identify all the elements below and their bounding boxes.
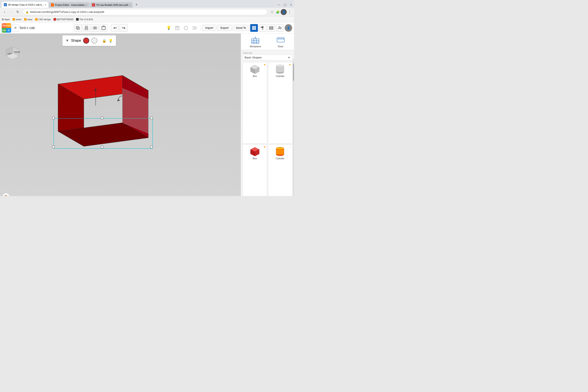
- app-area: TIN KER CA D ≡ ford c cab ↩ ↪ 💡: [0, 22, 294, 196]
- tinkercad-logo[interactable]: TIN KER CA D: [2, 23, 11, 33]
- undo-button[interactable]: ↩: [111, 24, 119, 32]
- svg-point-14: [184, 26, 188, 30]
- svg-rect-21: [252, 28, 254, 30]
- light-shape-icon[interactable]: 💡: [108, 39, 113, 43]
- circle-button[interactable]: [182, 24, 190, 32]
- extensions-button[interactable]: 🧩: [275, 10, 280, 14]
- back-button[interactable]: ‹: [2, 9, 8, 15]
- box-red-star: ★: [264, 145, 266, 148]
- svg-text:LEFT: LEFT: [8, 53, 12, 55]
- profile-avatar[interactable]: 👤: [281, 9, 287, 15]
- shapes-provider-label: Tinkercad: [243, 52, 292, 54]
- bookmark-seton[interactable]: seton: [12, 18, 22, 21]
- tab1-favicon: 66: [4, 3, 7, 6]
- notes-button[interactable]: [174, 24, 181, 32]
- apps-label: Apps: [4, 18, 10, 21]
- bookmark-cad[interactable]: CAD design: [35, 18, 51, 21]
- shape-color-solid[interactable]: [83, 38, 89, 44]
- svg-rect-60: [277, 38, 284, 42]
- logo-d-cell: D: [6, 28, 11, 33]
- home-button[interactable]: 🏠: [2, 193, 10, 196]
- view-cube[interactable]: LEFT FRONT: [4, 45, 21, 62]
- copy-button[interactable]: [74, 24, 82, 32]
- right-panel: Workplane Ruler Tinker: [241, 34, 294, 196]
- svg-rect-24: [261, 27, 264, 28]
- window-close[interactable]: ×: [288, 2, 294, 8]
- workplane-button[interactable]: Workplane: [247, 35, 264, 48]
- svg-rect-27: [270, 28, 273, 28]
- grid-view-button[interactable]: [250, 24, 258, 32]
- tab3-close[interactable]: ×: [129, 4, 130, 7]
- profile-thumb[interactable]: 👤: [284, 24, 292, 32]
- tab2-close[interactable]: ×: [86, 4, 87, 7]
- shape-item-cylinder-orange[interactable]: ☆ Cylinder: [268, 144, 292, 196]
- svg-marker-59: [255, 37, 256, 39]
- window-minimize[interactable]: ─: [276, 2, 282, 8]
- svg-rect-39: [52, 117, 54, 119]
- import-button[interactable]: Import: [202, 25, 216, 31]
- logo-c-cell: CA: [2, 28, 6, 33]
- menu-button[interactable]: ⋮: [287, 10, 292, 14]
- stamp-button[interactable]: [82, 24, 90, 32]
- align-button[interactable]: [191, 24, 198, 32]
- box-gray-star: ★: [264, 63, 266, 66]
- svg-rect-2: [85, 26, 88, 28]
- address-input-container[interactable]: 🔒 tinkercad.com/things/ltNPTvPowcJ-copy-…: [23, 9, 267, 15]
- export-button[interactable]: Export: [217, 25, 232, 31]
- apps-grid-icon: ⊞: [2, 18, 4, 21]
- shape-chevron[interactable]: ▼: [66, 39, 69, 42]
- shape-color-hole[interactable]: [91, 38, 97, 44]
- tab-3[interactable]: K Y8 Law Booklet 2020.docx.pdf ×: [90, 2, 132, 8]
- panel-scrollbar[interactable]: [293, 59, 294, 196]
- svg-rect-19: [252, 26, 254, 28]
- layers-button[interactable]: [267, 24, 275, 32]
- tab-2[interactable]: I Project Editor - Instructables ×: [49, 2, 90, 8]
- cylinder-gray-star: ★: [289, 63, 291, 66]
- ruler-button[interactable]: Ruler: [274, 35, 288, 48]
- bookmark-motortrend[interactable]: MOTORTREND: [54, 18, 74, 21]
- redo-button[interactable]: ↪: [120, 24, 128, 32]
- tab-bar: 66 3D design Copy of 1919 c-cab b... × I…: [0, 0, 294, 8]
- send-to-button[interactable]: Send To: [233, 25, 249, 31]
- forward-button[interactable]: ›: [8, 9, 14, 15]
- svg-rect-10: [103, 26, 104, 27]
- tab1-close[interactable]: ×: [44, 3, 46, 6]
- browser-chrome: 66 3D design Copy of 1919 c-cab b... × I…: [0, 0, 294, 22]
- tab-1[interactable]: 66 3D design Copy of 1919 c-cab b... ×: [2, 2, 48, 8]
- bookmark-hamb[interactable]: The H.A.M.B.: [76, 18, 94, 21]
- window-maximize[interactable]: ▢: [282, 2, 288, 8]
- delete-button[interactable]: [100, 24, 108, 32]
- svg-rect-1: [76, 26, 79, 28]
- bookmark-apps[interactable]: ⊞ Apps: [2, 18, 10, 21]
- panel-top-tools: Workplane Ruler: [241, 34, 294, 50]
- new-tab-button[interactable]: +: [134, 2, 140, 8]
- canvas-area[interactable]: ▼ Shape 🔒 💡 LEFT FRONT: [0, 34, 241, 196]
- logo-k-cell: KER: [6, 23, 11, 28]
- mirror-button[interactable]: [91, 24, 99, 32]
- shapes-category-dropdown[interactable]: Basic Shapes ▼: [243, 54, 292, 60]
- tab1-title: 3D design Copy of 1919 c-cab b...: [8, 4, 44, 6]
- toolbar-sep-2: [200, 25, 200, 31]
- lightbulb-button[interactable]: 💡: [165, 24, 172, 32]
- hamb-favicon: [76, 18, 79, 21]
- refresh-button[interactable]: ↻: [14, 9, 21, 15]
- svg-rect-25: [262, 28, 263, 30]
- address-bar-row: ‹ › ↻ 🔒 tinkercad.com/things/ltNPTvPowcJ…: [0, 8, 294, 16]
- lock-icon: 🔒: [26, 10, 29, 14]
- bookmark-ebay[interactable]: ebay: [24, 18, 32, 21]
- tab2-title: Project Editor - Instructables: [55, 4, 85, 6]
- 3d-shape-main[interactable]: [41, 67, 159, 153]
- logo-t-cell: TIN: [2, 23, 6, 28]
- shape-item-box-gray[interactable]: ★ Box: [243, 62, 267, 144]
- shape-item-box-red[interactable]: ★ Box: [243, 144, 267, 196]
- list-view-button[interactable]: ≡: [12, 24, 19, 32]
- add-user-button[interactable]: [276, 24, 284, 32]
- svg-rect-42: [150, 146, 152, 148]
- hammer-button[interactable]: [259, 24, 266, 32]
- shapes-grid: ★ Box ★: [243, 62, 292, 196]
- svg-rect-26: [270, 26, 273, 27]
- lock-shape-icon[interactable]: 🔒: [102, 39, 106, 43]
- seton-favicon: [12, 18, 15, 21]
- shape-item-cylinder-gray[interactable]: ★ Cylinder: [268, 62, 292, 144]
- bookmark-star[interactable]: ☆: [270, 10, 275, 14]
